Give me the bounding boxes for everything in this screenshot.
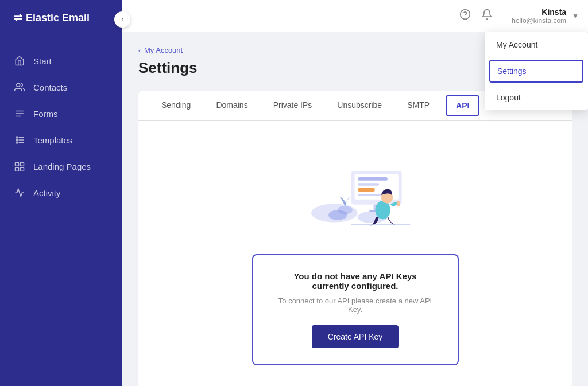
dropdown-item-settings[interactable]: Settings — [489, 60, 583, 83]
create-api-key-button[interactable]: Create API Key — [312, 325, 399, 348]
tab-domains[interactable]: Domains — [204, 91, 259, 120]
main-content: Kinsta hello@kinsta.com ▼ My Account Set… — [122, 0, 588, 386]
api-empty-desc: To connect to our API please create a ne… — [276, 297, 435, 314]
logo-icon: ⇌ — [14, 11, 22, 24]
sidebar-item-start-label: Start — [33, 56, 52, 66]
templates-icon — [14, 135, 25, 145]
breadcrumb-parent: My Account — [144, 46, 183, 54]
sidebar-item-forms-label: Forms — [33, 109, 58, 119]
logo-text: Elastic Email — [26, 12, 90, 24]
collapse-sidebar-button[interactable]: ‹ — [114, 11, 130, 28]
sidebar-item-forms[interactable]: Forms — [0, 100, 122, 127]
topbar-icons — [459, 9, 493, 23]
svg-rect-30 — [396, 201, 400, 206]
dropdown-item-logout[interactable]: Logout — [485, 85, 588, 110]
svg-rect-12 — [16, 167, 19, 171]
svg-point-28 — [375, 201, 390, 219]
svg-point-27 — [328, 210, 347, 220]
landing-pages-icon — [14, 161, 25, 171]
bell-icon[interactable] — [481, 9, 493, 23]
topbar: Kinsta hello@kinsta.com ▼ My Account Set… — [122, 0, 588, 32]
svg-point-0 — [17, 83, 20, 87]
svg-rect-13 — [21, 167, 24, 171]
svg-rect-23 — [358, 194, 383, 196]
tab-private-ips[interactable]: Private IPs — [262, 91, 324, 120]
sidebar-item-activity-label: Activity — [33, 188, 61, 198]
sidebar: ⇌ Elastic Email ‹ Start Contacts Forms — [0, 0, 122, 386]
activity-icon — [14, 188, 25, 198]
api-empty-title: You do not have any API Keys currently c… — [276, 271, 435, 291]
account-email: hello@kinsta.com — [512, 17, 566, 25]
account-name: Kinsta — [541, 7, 566, 17]
dropdown-item-my-account[interactable]: My Account — [485, 32, 588, 57]
home-icon — [14, 56, 25, 66]
account-info: Kinsta hello@kinsta.com — [512, 7, 566, 25]
api-tab-content: You do not have any API Keys currently c… — [138, 121, 572, 386]
contacts-icon — [14, 82, 25, 92]
sidebar-item-contacts[interactable]: Contacts — [0, 74, 122, 100]
tab-api[interactable]: API — [446, 95, 479, 116]
tab-sending[interactable]: Sending — [150, 91, 202, 120]
sidebar-item-templates[interactable]: Templates — [0, 127, 122, 153]
tab-smtp[interactable]: SMTP — [396, 91, 441, 120]
help-icon[interactable] — [459, 9, 471, 23]
sidebar-logo: ⇌ Elastic Email — [0, 0, 122, 38]
svg-rect-22 — [358, 188, 374, 192]
account-menu-trigger[interactable]: Kinsta hello@kinsta.com ▼ My Account Set… — [502, 0, 588, 32]
svg-point-4 — [16, 137, 18, 138]
forms-icon — [14, 108, 25, 119]
svg-rect-21 — [358, 183, 379, 185]
sidebar-item-landing-pages-label: Landing Pages — [33, 162, 91, 171]
sidebar-item-landing-pages[interactable]: Landing Pages — [0, 153, 122, 180]
svg-rect-11 — [21, 162, 24, 166]
sidebar-item-contacts-label: Contacts — [33, 83, 67, 92]
sidebar-nav: Start Contacts Forms Templates Landing P… — [0, 38, 122, 386]
api-illustration — [292, 144, 419, 236]
breadcrumb-arrow: ‹ — [138, 46, 141, 54]
svg-point-9 — [16, 142, 18, 143]
svg-point-5 — [16, 139, 18, 141]
sidebar-item-activity[interactable]: Activity — [0, 180, 122, 206]
tab-unsubscribe[interactable]: Unsubscribe — [326, 91, 393, 120]
account-dropdown-menu: My Account Settings Logout — [485, 32, 588, 110]
api-empty-state-box: You do not have any API Keys currently c… — [252, 254, 459, 365]
sidebar-item-start[interactable]: Start — [0, 48, 122, 74]
svg-rect-10 — [16, 162, 19, 166]
sidebar-item-templates-label: Templates — [33, 135, 72, 145]
svg-rect-20 — [358, 177, 387, 181]
account-dropdown-arrow: ▼ — [572, 12, 579, 20]
